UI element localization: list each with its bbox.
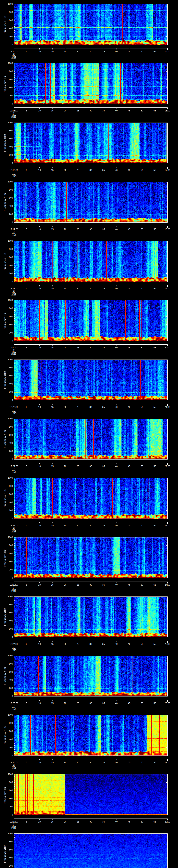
time-tick-mark [39, 107, 40, 109]
time-tick-label: 20 [64, 820, 66, 823]
time-tick-label: 40 [115, 584, 118, 586]
time-tick-mark [14, 641, 14, 643]
time-tick-label: 35 [102, 228, 105, 230]
end-time-label: 24:00 [165, 584, 170, 586]
time-tick-mark [142, 463, 142, 464]
frequency-tick-label: 1000 [0, 3, 13, 5]
time-tick-label: 25 [77, 702, 79, 705]
time-tick-label: 45 [128, 169, 130, 172]
time-tick-label: 5 [26, 169, 27, 172]
time-tick-mark [52, 582, 53, 583]
time-tick-mark [142, 345, 142, 346]
frequency-tick-label: 800 [0, 544, 13, 547]
spectrogram-panel-12:15:00: Frequency (Hz) 02004006008001000 5101520… [0, 59, 178, 118]
time-tick-mark [91, 167, 91, 168]
spectrogram-canvas [14, 123, 168, 163]
frequency-tick-label: 600 [0, 256, 13, 258]
start-time-label: 12:24:00 [9, 643, 19, 645]
time-tick-label: 10 [38, 110, 41, 112]
time-tick-label: 25 [77, 820, 79, 823]
time-tick-label: 25 [77, 228, 79, 230]
time-tick-label: 10 [38, 228, 41, 230]
end-time-label: 26:00 [165, 702, 170, 705]
time-tick-mark [91, 404, 91, 405]
time-tick-label: 35 [102, 465, 105, 467]
time-tick-label: 20 [64, 228, 66, 230]
time-tick-label: 45 [128, 761, 130, 764]
time-tick-mark [142, 285, 142, 286]
time-tick-label: 30 [90, 820, 92, 823]
start-time-label: 12:19:00 [9, 346, 19, 349]
start-time-label: 12:16:00 [9, 169, 19, 172]
frequency-tick-label: 1000 [0, 121, 13, 124]
date-year: 2015 [11, 709, 17, 710]
time-tick-label: 10 [38, 524, 41, 527]
time-tick-mark [91, 285, 91, 286]
time-tick-label: 30 [90, 50, 92, 53]
time-tick-mark [78, 522, 78, 523]
frequency-tick-label: 400 [0, 620, 13, 622]
time-tick-mark [27, 700, 27, 701]
time-tick-label: 45 [128, 702, 130, 705]
time-tick-label: 40 [115, 110, 118, 112]
date-label: 2 May 2015 [11, 764, 17, 770]
start-time-label: 12:20:00 [9, 406, 19, 408]
time-tick-label: 30 [90, 169, 92, 172]
spectrogram-canvas [14, 300, 168, 341]
time-tick-label: 50 [141, 287, 143, 290]
frequency-tick-label: 800 [0, 129, 13, 132]
end-time-label: 16:00 [165, 110, 170, 112]
frequency-tick-label: 400 [0, 857, 13, 859]
spectrogram-panel-12:24:00: Frequency (Hz) 02004006008001000 5101520… [0, 592, 178, 652]
time-tick-label: 45 [128, 50, 130, 53]
time-tick-mark [52, 759, 53, 761]
time-tick-mark [142, 641, 142, 642]
frequency-tick-label: 0 [0, 754, 13, 757]
time-tick-label: 10 [38, 346, 41, 349]
start-time-label: 12:26:00 [9, 761, 19, 764]
frequency-axis-label: Frequency (Hz) [4, 74, 6, 93]
time-tick-mark [78, 700, 78, 701]
spectrogram-figure: Frequency (Hz) 02004006008001000 5101520… [0, 0, 178, 868]
time-tick-mark [14, 107, 14, 110]
time-tick-mark [52, 49, 53, 50]
time-tick-label: 40 [115, 50, 118, 53]
time-tick-label: 55 [153, 228, 156, 230]
time-tick-mark [14, 700, 14, 702]
time-tick-label: 5 [26, 820, 27, 823]
frequency-tick-label: 400 [0, 146, 13, 148]
time-tick-mark [129, 759, 129, 761]
time-tick-mark [129, 404, 129, 405]
frequency-axis-label: Frequency (Hz) [4, 667, 6, 685]
time-tick-label: 55 [153, 524, 156, 527]
time-tick-label: 10 [38, 820, 41, 823]
time-tick-mark [91, 641, 91, 642]
time-tick-mark [39, 522, 40, 523]
spectrogram-panel-12:28:00: Frequency (Hz) 02004006008001000 5101520… [0, 830, 178, 868]
frequency-axis-label: Frequency (Hz) [4, 785, 6, 804]
time-tick-mark [27, 463, 27, 464]
time-tick-label: 15 [51, 228, 54, 230]
date-year: 2015 [11, 590, 17, 592]
time-tick-mark [129, 226, 129, 227]
time-tick-label: 20 [64, 406, 66, 408]
time-tick-label: 5 [26, 287, 27, 290]
time-tick-label: 30 [90, 584, 92, 586]
time-tick-mark [129, 700, 129, 701]
start-time-label: 12:25:00 [9, 702, 19, 705]
time-tick-mark [78, 641, 78, 642]
frequency-tick-label: 0 [0, 636, 13, 638]
time-tick-label: 40 [115, 702, 118, 705]
time-tick-label: 25 [77, 287, 79, 290]
time-tick-label: 10 [38, 584, 41, 586]
spectrogram-panel-12:18:00: Frequency (Hz) 02004006008001000 5101520… [0, 237, 178, 296]
time-tick-label: 35 [102, 169, 105, 172]
start-time-label: 12:21:00 [9, 465, 19, 467]
frequency-axis-label: Frequency (Hz) [4, 608, 6, 626]
time-tick-mark [142, 226, 142, 227]
time-tick-mark [91, 819, 91, 820]
frequency-tick-label: 200 [0, 332, 13, 334]
time-tick-mark [91, 345, 91, 346]
time-tick-mark [39, 641, 40, 642]
time-tick-label: 35 [102, 346, 105, 349]
